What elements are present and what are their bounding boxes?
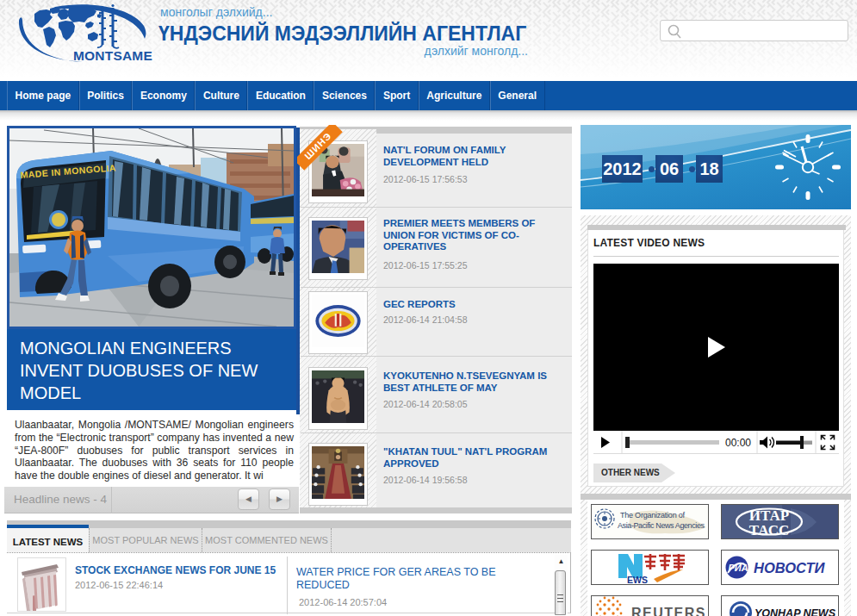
svg-text:EWS: EWS [627, 575, 648, 584]
svg-text:YONHAP NEWS: YONHAP NEWS [755, 607, 836, 616]
svg-text:00:00: 00:00 [725, 437, 751, 449]
svg-text:The Organization of: The Organization of [620, 511, 685, 520]
svg-text:MONTSAME: MONTSAME [73, 48, 152, 63]
svg-text:REUTERS: REUTERS [631, 606, 706, 616]
svg-text:ТАСС: ТАСС [749, 522, 789, 538]
svg-text:НОВОСТИ: НОВОСТИ [754, 560, 825, 576]
svg-text:Asia-Pacific News Agencies: Asia-Pacific News Agencies [618, 521, 705, 530]
svg-text:РИА: РИА [729, 563, 748, 573]
